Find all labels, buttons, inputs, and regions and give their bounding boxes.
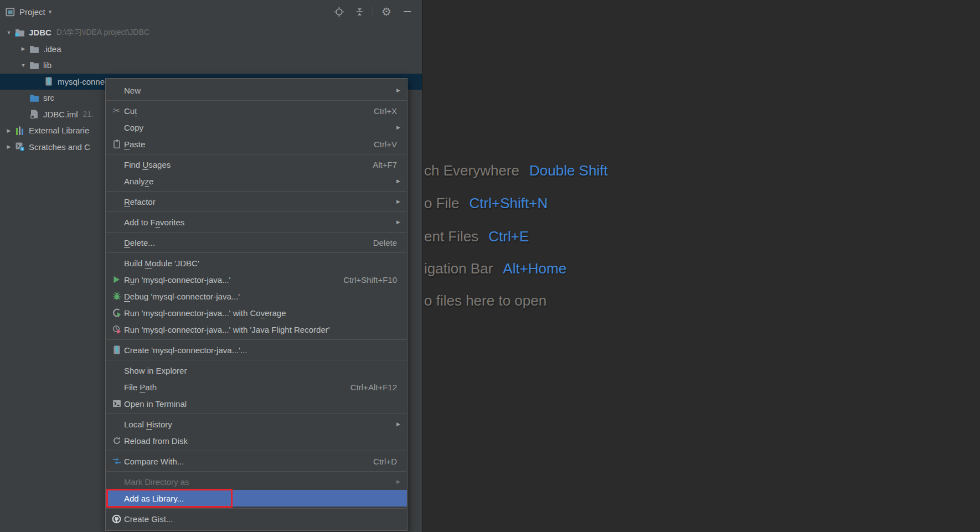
reload-icon (109, 436, 124, 445)
menu-item-open-in-terminal[interactable]: Open in Terminal (106, 395, 407, 412)
menu-item-run-with-java-flight-recorder[interactable]: Run 'mysql-connector-java...' with 'Java… (106, 321, 407, 338)
terminal-icon (109, 399, 124, 408)
run-icon (109, 276, 124, 283)
menu-shortcut: Ctrl+Shift+F10 (343, 275, 403, 285)
tree-item-label: JDBC.iml (43, 110, 78, 119)
tree-item-path: D:\学习\IDEA project\JDBC (56, 28, 149, 38)
menu-item-run-with-coverage[interactable]: Run 'mysql-connector-java...' with Cover… (106, 304, 407, 321)
menu-item-reload-from-disk[interactable]: Reload from Disk (106, 432, 407, 449)
debug-bug-icon (109, 292, 124, 301)
submenu-arrow-icon: ▶ (396, 219, 403, 225)
menu-item-add-to-favorites[interactable]: Add to Favorites ▶ (106, 214, 407, 230)
compare-icon (109, 457, 124, 465)
hint-label: o File (424, 195, 460, 211)
submenu-arrow-icon: ▶ (396, 125, 403, 130)
menu-item-compare-with[interactable]: Compare With... Ctrl+D (106, 453, 407, 469)
jar-file-icon (43, 77, 54, 86)
context-menu: New ▶ ✂ Cut Ctrl+X Copy ▶ Paste Ctrl+V F… (105, 78, 408, 531)
chevron-collapsed-icon[interactable]: ▶ (18, 46, 29, 51)
menu-separator (106, 154, 406, 154)
tree-item-label: External Librarie (29, 126, 89, 135)
gear-icon[interactable]: ⚙ (379, 4, 394, 19)
menu-shortcut: Ctrl+D (373, 457, 403, 466)
hint-label: ch Everywhere (424, 162, 519, 179)
module-file-icon (29, 110, 40, 118)
menu-separator (106, 451, 406, 451)
menu-item-build-module[interactable]: Build Module 'JDBC' (106, 255, 407, 271)
menu-separator (106, 414, 406, 414)
menu-item-delete[interactable]: Delete... Delete (106, 234, 407, 251)
folder-icon (29, 61, 40, 69)
shortcut-hint-search-everywhere: ch EverywhereDouble Shift (424, 162, 608, 179)
submenu-arrow-icon: ▶ (396, 479, 403, 484)
github-icon (109, 514, 124, 524)
tree-row-jdbc[interactable]: ▼ JDBC D:\学习\IDEA project\JDBC (0, 24, 422, 41)
menu-item-file-path[interactable]: File Path Ctrl+Alt+F12 (106, 379, 407, 395)
collapse-all-button[interactable] (352, 4, 367, 19)
menu-item-new[interactable]: New ▶ (106, 82, 407, 99)
chevron-collapsed-icon[interactable]: ▶ (3, 128, 14, 133)
menu-shortcut: Ctrl+Alt+F12 (350, 383, 403, 392)
menu-separator (106, 211, 406, 212)
hint-key: Double Shift (529, 162, 608, 179)
tree-item-label: .idea (43, 44, 61, 54)
shortcut-hint-recent-files: ent FilesCtrl+E (424, 228, 529, 245)
jar-file-icon (109, 345, 124, 354)
submenu-arrow-icon: ▶ (396, 178, 403, 184)
hide-panel-button[interactable] (400, 4, 414, 19)
hint-label: ent Files (424, 228, 478, 245)
menu-item-show-in-explorer[interactable]: Show in Explorer (106, 362, 407, 379)
menu-item-create-jar[interactable]: Create 'mysql-connector-java...'... (106, 342, 407, 358)
source-folder-icon (29, 94, 40, 102)
folder-icon (29, 45, 40, 53)
menu-shortcut: Ctrl+X (374, 106, 403, 116)
menu-item-debug[interactable]: Debug 'mysql-connector-java...' (106, 288, 407, 304)
ide-screen: ch EverywhereDouble Shift o FileCtrl+Shi… (0, 0, 980, 532)
menu-item-local-history[interactable]: Local History ▶ (106, 416, 407, 432)
menu-item-mark-directory-as: Mark Directory as ▶ (106, 473, 407, 490)
menu-separator (106, 191, 406, 192)
menu-item-run[interactable]: Run 'mysql-connector-java...' Ctrl+Shift… (106, 271, 407, 288)
tree-item-label: lib (43, 60, 51, 70)
menu-separator (106, 471, 406, 472)
locate-file-button[interactable] (332, 4, 346, 19)
menu-item-find-usages[interactable]: Find Usages Alt+F7 (106, 156, 407, 173)
project-toolwindow-icon (6, 7, 15, 17)
hint-label: o files here to open (424, 292, 546, 309)
tree-item-meta: 21. (83, 110, 94, 118)
menu-item-create-gist[interactable]: Create Gist... (106, 510, 407, 527)
menu-separator (106, 252, 406, 253)
panel-title[interactable]: Project (19, 7, 45, 17)
submenu-arrow-icon: ▶ (396, 199, 403, 204)
menu-separator (106, 339, 406, 340)
shortcut-hint-navigation-bar: igation BarAlt+Home (424, 260, 566, 277)
menu-item-paste[interactable]: Paste Ctrl+V (106, 136, 407, 152)
hint-key: Ctrl+Shift+N (470, 195, 548, 211)
chevron-down-icon[interactable]: ▾ (49, 8, 52, 16)
header-divider (373, 6, 373, 17)
shortcut-hint-go-to-file: o FileCtrl+Shift+N (424, 194, 548, 212)
chevron-expanded-icon[interactable]: ▼ (18, 63, 29, 68)
hint-key: Ctrl+E (488, 228, 529, 245)
flight-recorder-icon (109, 325, 124, 334)
tree-row-lib[interactable]: ▼ lib (0, 57, 422, 74)
libraries-icon (14, 126, 25, 135)
menu-item-analyze[interactable]: Analyze ▶ (106, 173, 407, 189)
chevron-expanded-icon[interactable]: ▼ (3, 30, 14, 35)
scissors-icon: ✂ (109, 106, 124, 116)
annotation-red-box (106, 489, 233, 508)
menu-item-copy[interactable]: Copy ▶ (106, 119, 407, 136)
menu-item-refactor[interactable]: Refactor ▶ (106, 193, 407, 210)
clipboard-icon (109, 140, 124, 148)
chevron-collapsed-icon[interactable]: ▶ (3, 144, 14, 149)
tree-item-label: src (43, 93, 54, 102)
menu-separator (106, 100, 406, 101)
hint-label: igation Bar (424, 260, 493, 277)
shortcut-hint-drop-files: o files here to open (424, 292, 556, 309)
tree-row-idea[interactable]: ▶ .idea (0, 41, 422, 58)
minus-icon (404, 11, 411, 12)
tree-item-label: JDBC (29, 28, 51, 37)
menu-item-cut[interactable]: ✂ Cut Ctrl+X (106, 102, 407, 119)
menu-separator (106, 360, 406, 360)
hint-key: Alt+Home (503, 260, 566, 277)
